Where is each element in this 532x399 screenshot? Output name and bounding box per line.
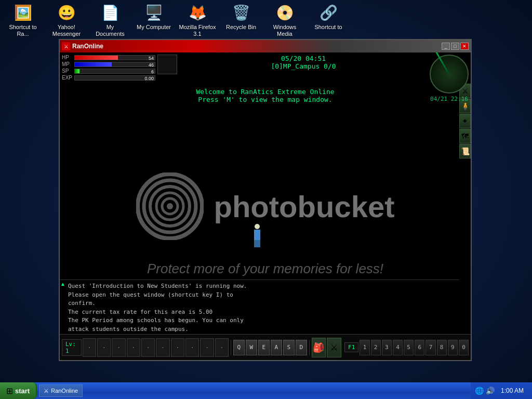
mp-fill — [75, 62, 112, 66]
desktop-icon-mycomp[interactable]: 🖥️ My Computer — [135, 2, 172, 31]
num-6[interactable]: 6 — [415, 340, 424, 355]
num-3[interactable]: 3 — [382, 340, 392, 355]
photobucket-text: photobucket — [214, 189, 395, 224]
num-5[interactable]: 5 — [404, 340, 414, 355]
shortcut2-label: Shortcut to — [314, 24, 342, 31]
quest-icon: 📜 — [461, 147, 470, 155]
mydocs-icon: 📄 — [100, 2, 121, 23]
compass-area: 04/21 22:16 — [430, 55, 469, 102]
skill-slot-2-icon: · — [103, 342, 105, 353]
hp-row: HP 54 — [62, 55, 155, 60]
game-window-icon: ⚔ — [62, 42, 70, 50]
key-S[interactable]: S — [283, 340, 295, 355]
photobucket-watermark: photobucket — [136, 172, 395, 240]
photobucket-logo-icon — [136, 172, 204, 240]
exp-value: 0.00 — [144, 76, 154, 81]
desktop-icon-recycle[interactable]: 🗑️ Recycle Bin — [222, 2, 260, 31]
num-2[interactable]: 2 — [371, 340, 381, 355]
desktop-icon-shortcut2[interactable]: 🔗 Shortcut to — [310, 2, 347, 31]
num-9[interactable]: 9 — [448, 340, 458, 355]
desktop-icon-mydocs[interactable]: 📄 My Documents — [91, 2, 129, 37]
skill-slot-7-icon: · — [176, 342, 179, 353]
key-E[interactable]: E — [258, 340, 270, 355]
skill-slot-9[interactable]: · — [200, 338, 214, 357]
key-D[interactable]: D — [296, 340, 307, 355]
sp-label: SP — [62, 68, 73, 74]
windows-logo-icon: ⊞ — [6, 386, 13, 396]
scroll-arrow-icon: ▲ — [60, 281, 65, 287]
close-button[interactable]: ✕ — [460, 43, 469, 50]
skill-slot-8-icon: · — [191, 342, 194, 353]
exp-bar: 0.00 — [74, 75, 155, 81]
num-7[interactable]: 7 — [425, 340, 435, 355]
start-button[interactable]: ⊞ start — [0, 382, 37, 399]
player-character — [252, 224, 262, 250]
skills-button[interactable]: ✦ — [459, 114, 471, 128]
skill-slot-5[interactable]: · — [141, 338, 155, 357]
window-title-left: ⚔ RanOnline — [62, 42, 103, 50]
skill-slot-7[interactable]: · — [171, 338, 184, 357]
skill-slot-1[interactable]: · — [83, 338, 96, 357]
svg-point-5 — [167, 203, 173, 209]
skill-slot-4[interactable]: · — [127, 338, 140, 357]
desktop-icon-wmedia[interactable]: 📀 Windows Media — [266, 2, 303, 37]
minimize-button[interactable]: _ — [442, 43, 450, 50]
desktop-icon-firefox[interactable]: 🦊 Mozilla Firefox 3.1 — [179, 2, 216, 37]
game-window: ⚔ RanOnline _ □ ✕ photobucket — [59, 39, 472, 361]
tray-volume-icon: 🔊 — [486, 387, 495, 395]
char-body — [254, 230, 260, 240]
skill-slot-9-icon: · — [206, 342, 208, 353]
f1-box: F1 — [344, 342, 358, 352]
num-0[interactable]: 0 — [459, 340, 469, 355]
maximize-button[interactable]: □ — [451, 43, 459, 50]
skills-icon: ✦ — [462, 117, 468, 125]
mini-map-preview[interactable] — [157, 55, 177, 74]
exp-label: EXP — [62, 75, 73, 81]
num-8[interactable]: 8 — [437, 340, 447, 355]
map-icon: 🗺 — [461, 132, 469, 140]
exp-row: EXP 0.00 — [62, 75, 155, 81]
yahoo-label: Yahoo! Messenger — [48, 24, 85, 37]
compass — [430, 55, 469, 94]
mycomp-icon: 🖥️ — [143, 2, 164, 23]
skill-slot-8[interactable]: · — [185, 338, 199, 357]
map-button[interactable]: 🗺 — [459, 129, 471, 143]
recycle-label: Recycle Bin — [226, 24, 256, 31]
mp-bar: 46 — [74, 62, 155, 67]
game-content: photobucket Protect more of your memorie… — [60, 52, 471, 360]
mp-label: MP — [62, 61, 73, 67]
taskbar-ranonline[interactable]: ⚔ RanOnline — [39, 384, 83, 397]
level-value: 1 — [65, 348, 69, 354]
skill-slot-10[interactable]: · — [215, 338, 229, 357]
taskbar-ranonline-label: RanOnline — [51, 388, 78, 394]
skill-slot-5-icon: · — [147, 342, 150, 353]
compass-time: 04/21 22:16 — [430, 96, 468, 102]
shortcut1-icon: 🖼️ — [12, 2, 33, 23]
hud-top: HP 54 MP 46 SP — [60, 52, 471, 84]
num-4[interactable]: 4 — [393, 340, 403, 355]
desktop-icon-yahoo[interactable]: 😀 Yahoo! Messenger — [48, 2, 85, 37]
key-W[interactable]: W — [246, 340, 257, 355]
game-datetime: 05/20 04:51 — [281, 55, 326, 62]
level-label: Lv: — [65, 341, 76, 348]
sp-bar: 6 — [74, 69, 155, 74]
hud-left: HP 54 MP 46 SP — [62, 55, 177, 81]
desktop-icon-shortcut1[interactable]: 🖼️ Shortcut to Ra... — [4, 2, 42, 37]
key-A[interactable]: A — [271, 340, 282, 355]
window-controls: _ □ ✕ — [442, 43, 469, 50]
skill-slot-6[interactable]: · — [156, 338, 169, 357]
taskbar-clock: 1:00 AM — [497, 387, 528, 394]
action-icon-1[interactable]: 🎒 — [312, 338, 326, 357]
action-icon-2[interactable]: ⚔ — [327, 338, 341, 357]
action-bar: Lv: 1 · · · · · · · · · · Q W E A S D 🎒 … — [60, 334, 471, 360]
skill-slot-3[interactable]: · — [112, 338, 125, 357]
skill-slot-2[interactable]: · — [97, 338, 111, 357]
wmedia-icon: 📀 — [274, 2, 295, 23]
num-1[interactable]: 1 — [360, 340, 369, 355]
separator-1 — [231, 340, 231, 355]
skill-slot-6-icon: · — [162, 342, 164, 353]
quest-button[interactable]: 📜 — [459, 144, 471, 158]
key-Q[interactable]: Q — [233, 340, 245, 355]
hp-value: 54 — [149, 56, 154, 61]
sp-fill — [75, 69, 79, 73]
